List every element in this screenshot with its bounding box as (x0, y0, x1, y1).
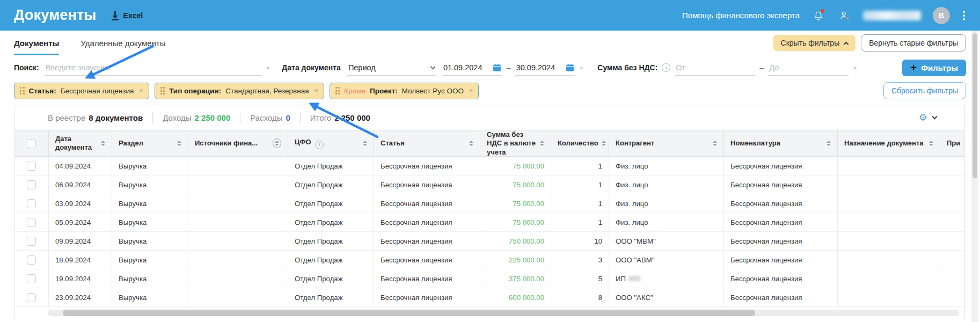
expense-label: Расходы (250, 113, 282, 122)
table-settings-button[interactable]: ⚙ (919, 112, 927, 123)
table-row[interactable]: 05.09.2024ВыручкаОтдел ПродажБессрочная … (14, 213, 964, 232)
table-row[interactable]: 03.09.2024ВыручкаОтдел ПродажБессрочная … (14, 194, 964, 213)
documents-card: В реестре8 документов Доходы2 250 000 Ра… (14, 105, 965, 319)
column-header-razdel[interactable]: Раздел (112, 130, 188, 157)
table-cell: 750 000.00 (480, 232, 551, 250)
add-filter-button[interactable]: + Фильтры (902, 60, 966, 76)
filters-button-label: Фильтры (921, 63, 958, 72)
amount-to-input[interactable]: До (768, 60, 849, 76)
finance-expert-help-link[interactable]: Помощь финансового эксперта (682, 11, 800, 20)
drag-handle-icon[interactable] (335, 87, 340, 94)
table-cell (188, 157, 288, 175)
amount-from-input[interactable]: От (675, 60, 755, 76)
sort-icon[interactable] (101, 141, 105, 146)
amount-clear-icon[interactable]: × (853, 64, 857, 72)
row-checkbox[interactable] (27, 255, 36, 265)
table-row[interactable]: 09.09.2024ВыручкаОтдел ПродажБессрочная … (14, 232, 964, 251)
excel-export-button[interactable]: Excel (111, 11, 143, 20)
filter-row: Поиск: Введите значение × Дата документа… (0, 55, 980, 80)
period-value: Период (348, 63, 376, 72)
column-header-pri[interactable]: При (940, 130, 965, 157)
sort-icon[interactable] (273, 138, 281, 148)
column-header-kontragent[interactable]: Контрагент (609, 130, 724, 157)
table-cell: Физ. лицо (609, 175, 724, 194)
more-menu-button[interactable] (962, 10, 966, 21)
table-row[interactable]: 23.09.2024ВыручкаОтдел ПродажБессрочная … (14, 288, 964, 307)
vertical-scrollbar-thumb[interactable] (972, 33, 977, 178)
notifications-button[interactable] (811, 9, 825, 23)
table-cell (838, 157, 940, 175)
user-name[interactable] (863, 11, 921, 20)
hide-filters-button[interactable]: Скрыть фильтры (773, 35, 856, 51)
calendar-icon[interactable] (566, 63, 574, 72)
date-to-input[interactable]: 30.09.2024 (515, 60, 575, 76)
table-row[interactable]: 19.09.2024ВыручкаОтдел ПродажБессрочная … (14, 269, 964, 288)
table-cell: 19.09.2024 (49, 269, 112, 288)
column-header-summa[interactable]: Сумма без НДС в валюте учета (480, 130, 551, 157)
sort-icon[interactable] (713, 141, 717, 146)
tab-deleted-documents[interactable]: Удалённые документы (81, 31, 165, 55)
avatar[interactable]: В (933, 7, 950, 24)
column-header-istochniki[interactable]: Источники фина... (188, 130, 288, 157)
user-plus-icon (838, 10, 850, 21)
table-cell: Бессрочная лицензия (724, 157, 838, 175)
sort-icon[interactable] (929, 141, 933, 146)
sort-icon[interactable] (363, 141, 367, 146)
search-clear-icon[interactable]: × (266, 64, 270, 72)
vertical-scrollbar[interactable] (971, 31, 978, 322)
column-header-kolichestvo[interactable]: Количество (551, 130, 609, 157)
filter-chip-statya[interactable]: Статья: Бессрочная лицензия × (14, 83, 149, 99)
filter-chip-tip-operacii[interactable]: Тип операции: Стандартная, Резервная × (155, 83, 324, 99)
horizontal-scrollbar[interactable] (48, 310, 959, 316)
row-checkbox[interactable] (27, 199, 36, 208)
horizontal-scrollbar-thumb[interactable] (63, 310, 755, 316)
chip-remove-icon[interactable]: × (315, 87, 318, 94)
restore-old-filters-button[interactable]: Вернуть старые фильтры (861, 34, 966, 52)
search-input[interactable]: Введите значение (45, 60, 262, 76)
sort-icon[interactable] (469, 141, 473, 146)
table-cell: Выручка (112, 288, 188, 306)
chip-remove-icon[interactable]: × (139, 87, 143, 94)
date-to-value: 30.09.2024 (516, 63, 555, 72)
column-header-cfo[interactable]: ЦФО i (288, 130, 374, 157)
calendar-icon[interactable] (493, 63, 501, 72)
table-row[interactable]: 18.09.2024ВыручкаОтдел ПродажБессрочная … (14, 251, 964, 269)
sort-icon[interactable] (177, 141, 181, 146)
add-user-button[interactable] (837, 9, 851, 23)
column-header-naznachenie[interactable]: Назначение документа (838, 130, 940, 157)
row-checkbox[interactable] (27, 274, 36, 283)
reset-filters-button[interactable]: Сбросить фильтры (883, 82, 966, 99)
table-cell (838, 175, 940, 194)
row-checkbox[interactable] (27, 218, 36, 227)
table-row[interactable]: 04.09.2024ВыручкаОтдел ПродажБессрочная … (14, 157, 964, 175)
sort-icon[interactable] (602, 141, 606, 146)
table-cell: Бессрочная лицензия (374, 232, 480, 250)
table-cell: Выручка (112, 232, 188, 250)
row-checkbox[interactable] (27, 162, 36, 171)
table-cell (188, 213, 288, 231)
table-row[interactable]: 06.09.2024ВыручкаОтдел ПродажБессрочная … (14, 175, 964, 194)
table-cell: 05.09.2024 (49, 213, 112, 231)
filter-chip-proekt[interactable]: Кроме Проект: Молвест Рус ООО × (330, 83, 479, 99)
tab-documents[interactable]: Документы (14, 31, 59, 55)
table-cell (188, 251, 288, 269)
drag-handle-icon[interactable] (160, 87, 165, 94)
row-checkbox[interactable] (27, 293, 36, 302)
date-clear-icon[interactable]: × (580, 64, 584, 72)
drag-handle-icon[interactable] (20, 87, 25, 94)
excel-label: Excel (123, 11, 143, 20)
select-all-checkbox[interactable] (27, 139, 36, 148)
column-header-nomenklatura[interactable]: Номенклатура (724, 130, 838, 157)
date-from-input[interactable]: 01.09.2024 (442, 60, 502, 76)
period-select[interactable]: Период (347, 60, 436, 76)
column-header-statya[interactable]: Статья (374, 130, 480, 157)
column-header-date[interactable]: Дата документа (49, 130, 112, 157)
chip-remove-icon[interactable]: × (469, 87, 473, 94)
table-cell: 225 000.00 (480, 251, 551, 269)
chevron-down-icon[interactable] (932, 114, 938, 120)
table-cell: Физ. лицо (609, 194, 724, 213)
row-checkbox[interactable] (27, 237, 36, 246)
row-checkbox[interactable] (27, 180, 36, 189)
sort-icon[interactable] (827, 141, 831, 146)
sort-icon[interactable] (540, 141, 544, 146)
